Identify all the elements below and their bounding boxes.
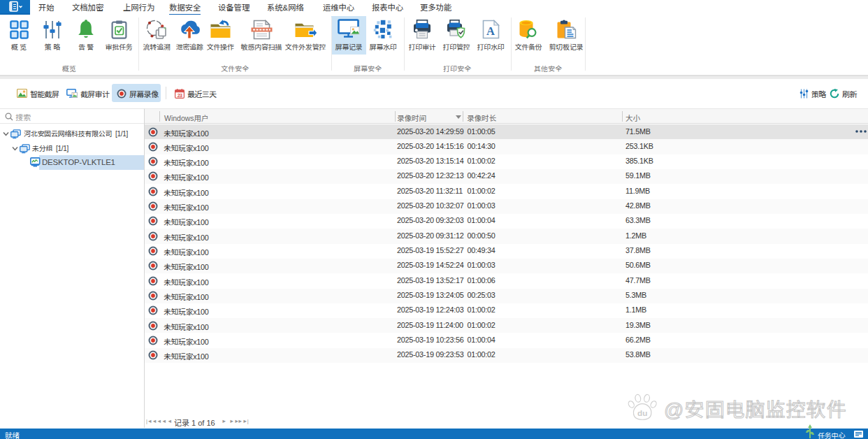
svg-text:du: du <box>637 408 647 418</box>
svg-text:A: A <box>486 24 495 38</box>
svg-text:23: 23 <box>178 92 182 97</box>
